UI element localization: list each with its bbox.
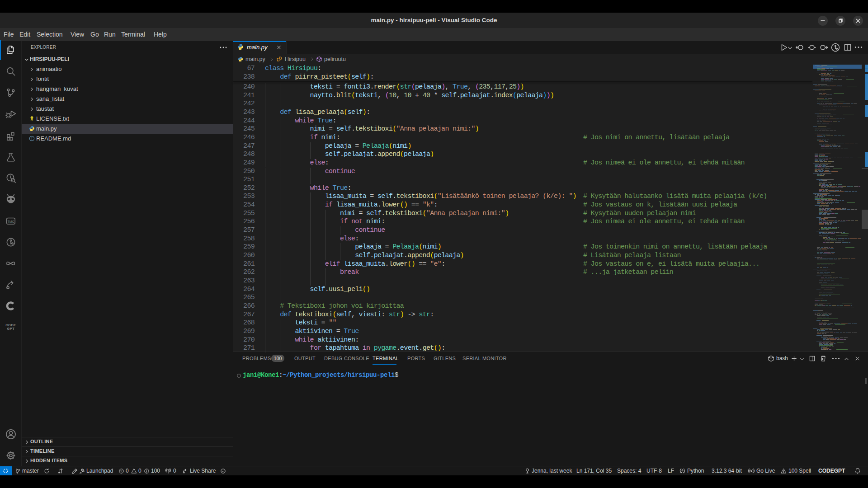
svg-text:TMC: TMC — [8, 220, 14, 223]
